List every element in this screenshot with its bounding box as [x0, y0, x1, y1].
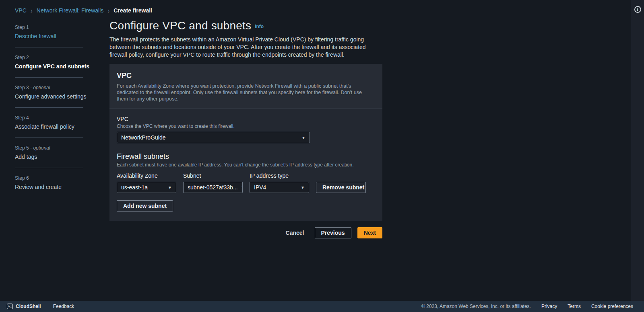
info-link[interactable]: Info: [255, 24, 264, 29]
page-description: The firewall protects the subnets within…: [109, 36, 382, 59]
cloudshell-label: CloudShell: [16, 304, 41, 309]
step-4-associate-policy: Step 4 Associate firewall policy: [15, 115, 109, 130]
availability-zone-value: us-east-1a: [121, 184, 148, 191]
availability-zone-column: Availability Zone us-east-1a ▼: [117, 172, 176, 193]
chevron-right-icon: ›: [107, 6, 109, 15]
subnet-column: Subnet subnet-0527af33b... ▼: [183, 172, 243, 193]
firewall-subnets-description: Each subnet must have one available IP a…: [117, 162, 374, 168]
vpc-panel-description: For each Availability Zone where you wan…: [117, 83, 369, 102]
info-panel-icon[interactable]: i: [634, 6, 641, 13]
wizard-actions: Cancel Previous Next: [109, 227, 382, 238]
step-label: Step 4: [15, 115, 109, 121]
vpc-panel-body: VPC Choose the VPC where you want to cre…: [109, 109, 382, 221]
ip-address-type-value: IPV4: [254, 184, 266, 191]
cloudshell-button[interactable]: >_ CloudShell: [7, 304, 41, 309]
step-6-title: Review and create: [15, 184, 109, 190]
chevron-down-icon: ▼: [301, 135, 305, 140]
console-footer: >_ CloudShell Feedback © 2023, Amazon We…: [0, 301, 644, 312]
step-1-link[interactable]: Describe firewall: [15, 33, 56, 39]
breadcrumb-current: Create firewall: [114, 7, 152, 14]
step-3-advanced-settings: Step 3 - optional Configure advanced set…: [15, 85, 109, 100]
step-5-title: Add tags: [15, 154, 109, 160]
ip-address-type-select[interactable]: IPV4 ▼: [250, 182, 309, 193]
firewall-subnets-heading: Firewall subnets: [117, 152, 374, 161]
remove-subnet-button[interactable]: Remove subnet: [316, 182, 366, 193]
step-2-title: Configure VPC and subnets: [15, 63, 109, 70]
subnet-label: Subnet: [183, 172, 243, 179]
chevron-down-icon: ▼: [241, 185, 243, 190]
next-button[interactable]: Next: [357, 227, 382, 238]
step-2-configure-vpc-current: Step 2 Configure VPC and subnets: [15, 55, 109, 70]
privacy-link[interactable]: Privacy: [541, 304, 557, 309]
step-divider: [15, 107, 83, 108]
vpc-select-value: NetworkProGuide: [121, 134, 166, 141]
chevron-down-icon: ▼: [168, 185, 172, 190]
breadcrumb-link-vpc[interactable]: VPC: [15, 7, 27, 14]
vpc-field-description: Choose the VPC where you want to create …: [117, 123, 374, 129]
vpc-select[interactable]: NetworkProGuide ▼: [117, 132, 310, 143]
terms-link[interactable]: Terms: [568, 304, 581, 309]
availability-zone-select[interactable]: us-east-1a ▼: [117, 182, 176, 193]
add-new-subnet-button[interactable]: Add new subnet: [117, 200, 173, 211]
step-label: Step 5 - optional: [15, 145, 109, 151]
availability-zone-label: Availability Zone: [117, 172, 176, 179]
step-6-review-create: Step 6 Review and create: [15, 175, 109, 190]
copyright-text: © 2023, Amazon Web Services, Inc. or its…: [421, 304, 531, 309]
breadcrumb-link-firewalls[interactable]: Network Firewall: Firewalls: [37, 7, 103, 14]
feedback-button[interactable]: Feedback: [53, 304, 74, 309]
cancel-button[interactable]: Cancel: [286, 230, 304, 236]
vpc-field-label: VPC: [117, 116, 374, 122]
page-title: Configure VPC and subnets: [109, 19, 251, 32]
step-label: Step 2: [15, 55, 109, 60]
previous-button[interactable]: Previous: [315, 227, 351, 238]
tools-side-strip: i: [631, 0, 644, 301]
vpc-panel-header: VPC For each Availability Zone where you…: [109, 64, 382, 109]
step-divider: [15, 138, 83, 138]
step-label: Step 1: [15, 25, 109, 30]
ip-address-type-column: IP address type IPV4 ▼: [250, 172, 309, 193]
chevron-right-icon: ›: [31, 6, 33, 15]
subnet-select[interactable]: subnet-0527af33b... ▼: [183, 182, 243, 193]
chevron-down-icon: ▼: [301, 185, 305, 190]
subnet-row: Availability Zone us-east-1a ▼ Subnet su…: [117, 172, 374, 193]
step-divider: [15, 77, 83, 78]
step-label: Step 3 - optional: [15, 85, 109, 90]
step-divider: [15, 47, 83, 47]
step-label: Step 6: [15, 175, 109, 181]
vpc-panel: VPC For each Availability Zone where you…: [109, 64, 382, 221]
cloudshell-icon: >_: [7, 304, 13, 309]
vpc-panel-heading: VPC: [117, 72, 374, 80]
ip-address-type-label: IP address type: [250, 172, 309, 179]
step-5-add-tags: Step 5 - optional Add tags: [15, 145, 109, 160]
step-divider: [15, 168, 83, 168]
footer-legal: © 2023, Amazon Web Services, Inc. or its…: [421, 304, 637, 309]
wizard-steps-nav: Step 1 Describe firewall Step 2 Configur…: [15, 14, 109, 238]
step-1-describe-firewall: Step 1 Describe firewall: [15, 25, 109, 39]
step-3-title: Configure advanced settings: [15, 93, 109, 100]
step-4-title: Associate firewall policy: [15, 123, 109, 130]
main-content: Configure VPC and subnetsInfo The firewa…: [109, 14, 382, 238]
info-icon: i: [637, 8, 638, 12]
cookie-preferences-link[interactable]: Cookie preferences: [591, 304, 633, 309]
breadcrumb: VPC › Network Firewall: Firewalls › Crea…: [0, 0, 644, 14]
subnet-value: subnet-0527af33b...: [188, 184, 238, 191]
page-title-row: Configure VPC and subnetsInfo: [109, 19, 382, 32]
